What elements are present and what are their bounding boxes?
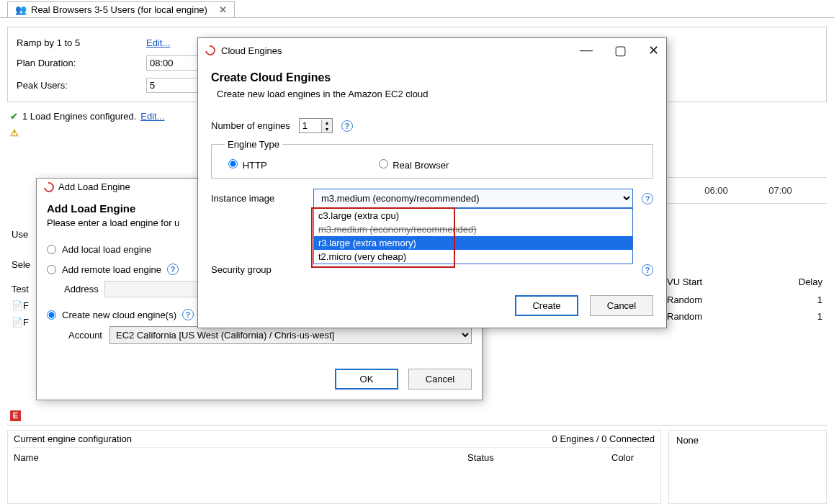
swirl-icon: [42, 180, 55, 194]
radio-remote-label: Add remote load engine: [62, 264, 161, 275]
radio-remote[interactable]: [47, 265, 56, 274]
ramp-label: Ramp by 1 to 5: [17, 37, 146, 48]
radio-cloud[interactable]: [47, 310, 56, 320]
window-controls: — ▢ ✕: [580, 42, 659, 58]
instance-image-select[interactable]: m3.medium (economy/recommended): [313, 189, 633, 208]
add-dialog-buttons: OK Cancel: [37, 361, 482, 400]
instance-image-label: Instance image: [211, 193, 305, 204]
cancel-button[interactable]: Cancel: [408, 369, 472, 390]
create-button[interactable]: Create: [515, 295, 578, 316]
cloud-engines-dialog: Cloud Engines — ▢ ✕ Create Cloud Engines…: [197, 37, 667, 328]
cell-delay: 1: [817, 294, 822, 305]
col-status: Status: [467, 452, 611, 463]
num-engines-stepper[interactable]: ▲ ▼: [299, 118, 333, 133]
engine-type-group: Engine Type HTTP Real Browser: [211, 139, 653, 179]
radio-http-label: HTTP: [243, 160, 267, 171]
cloud-dialog-body: Number of engines ▲ ▼ ? Engine Type HTTP: [198, 114, 666, 284]
status-ok-text: 1 Load Engines configured.: [22, 111, 136, 122]
swirl-icon: [203, 43, 217, 57]
radio-local[interactable]: [47, 245, 56, 254]
num-engines-label: Number of engines: [211, 120, 290, 131]
tab-close-icon[interactable]: ✕: [219, 4, 227, 15]
num-engines-input[interactable]: [300, 119, 321, 132]
instance-image-dropdown: c3.large (extra cpu) m3.medium (economy/…: [313, 208, 633, 264]
cell-delay: 1: [817, 311, 822, 322]
radio-local-label: Add local load engine: [62, 244, 151, 255]
cloud-dialog-buttons: Create Cancel: [198, 284, 666, 328]
engine-type-legend: Engine Type: [225, 139, 282, 150]
select-label: Sele: [12, 259, 30, 270]
security-group-label: Security group: [211, 264, 305, 275]
use-label: Use: [12, 229, 28, 240]
radio-http-row[interactable]: HTTP: [225, 157, 267, 171]
tick-0600: 06:00: [684, 185, 748, 196]
dropdown-option[interactable]: m3.medium (economy/recommended): [314, 222, 632, 236]
help-icon[interactable]: ?: [642, 193, 653, 204]
peak-label: Peak Users:: [17, 80, 146, 91]
account-row: Account EC2 California [US West (Califor…: [47, 325, 472, 354]
help-icon[interactable]: ?: [642, 264, 653, 276]
radio-http[interactable]: [228, 159, 238, 168]
engine-panel-title: Current engine configuration: [14, 433, 132, 444]
engine-panel-status: 0 Engines / 0 Connected: [552, 433, 655, 444]
engine-panel: Current engine configuration 0 Engines /…: [7, 425, 827, 504]
col-color: Color: [611, 452, 655, 463]
people-icon: 👥: [15, 4, 27, 15]
help-icon[interactable]: ?: [167, 264, 179, 275]
spin-down-icon[interactable]: ▼: [322, 126, 332, 132]
check-icon: ✔: [10, 111, 18, 122]
duration-label: Plan Duration:: [17, 58, 146, 68]
account-label: Account: [68, 330, 102, 341]
cancel-button[interactable]: Cancel: [590, 295, 653, 316]
cloud-dialog-heading: Create Cloud Engines: [211, 71, 653, 84]
hdr-vu-start: VU Start: [667, 276, 775, 287]
dropdown-option[interactable]: c3.large (extra cpu): [314, 209, 632, 222]
cell-vu: Random: [667, 294, 775, 305]
warn-icon: ⚠: [10, 127, 19, 138]
instance-image-row: Instance image m3.medium (economy/recomm…: [211, 184, 653, 212]
cloud-dialog-title: Cloud Engines: [221, 45, 282, 56]
minimize-icon[interactable]: —: [580, 42, 593, 58]
add-dialog-title: Add Load Engine: [58, 181, 130, 192]
col-name: Name: [14, 452, 467, 463]
cloud-dialog-head: Create Cloud Engines Create new load eng…: [198, 71, 666, 99]
tab-title: Real Browsers 3-5 Users (for local engin…: [31, 4, 207, 15]
status-edit-link[interactable]: Edit...: [140, 111, 164, 122]
address-label: Address: [64, 284, 99, 294]
account-select[interactable]: EC2 California [US West (California) / C…: [109, 326, 472, 344]
engine-right-title: None: [676, 435, 699, 446]
ok-button[interactable]: OK: [335, 369, 398, 390]
dropdown-option-selected[interactable]: r3.large (extra memory): [314, 236, 632, 250]
radio-cloud-label: Create new cloud engine(s): [62, 310, 176, 320]
error-badge[interactable]: E: [10, 410, 21, 421]
dropdown-option[interactable]: t2.micro (very cheap): [314, 250, 632, 264]
maximize-icon[interactable]: ▢: [614, 42, 627, 58]
radio-real-browser[interactable]: [379, 159, 388, 168]
cloud-dialog-titlebar: Cloud Engines — ▢ ✕: [198, 38, 666, 71]
radio-real-row[interactable]: Real Browser: [375, 157, 449, 171]
engine-panel-right: None: [668, 430, 827, 504]
radio-real-label: Real Browser: [393, 160, 449, 171]
help-icon[interactable]: ?: [182, 309, 194, 320]
hdr-delay: Delay: [799, 276, 822, 287]
tick-0700: 07:00: [748, 185, 812, 196]
cloud-dialog-subhead: Create new load engines in the Amazon EC…: [217, 89, 653, 99]
tab-active[interactable]: 👥 Real Browsers 3-5 Users (for local eng…: [7, 1, 235, 17]
engine-panel-left: Current engine configuration 0 Engines /…: [7, 430, 661, 504]
tab-bar: 👥 Real Browsers 3-5 Users (for local eng…: [0, 0, 834, 17]
spin-up-icon[interactable]: ▲: [322, 120, 332, 126]
instance-image-select-wrap: m3.medium (economy/recommended) c3.large…: [313, 189, 633, 208]
num-engines-row: Number of engines ▲ ▼ ?: [211, 114, 653, 138]
cell-vu: Random: [667, 311, 775, 322]
help-icon[interactable]: ?: [341, 120, 353, 132]
close-icon[interactable]: ✕: [648, 42, 659, 58]
